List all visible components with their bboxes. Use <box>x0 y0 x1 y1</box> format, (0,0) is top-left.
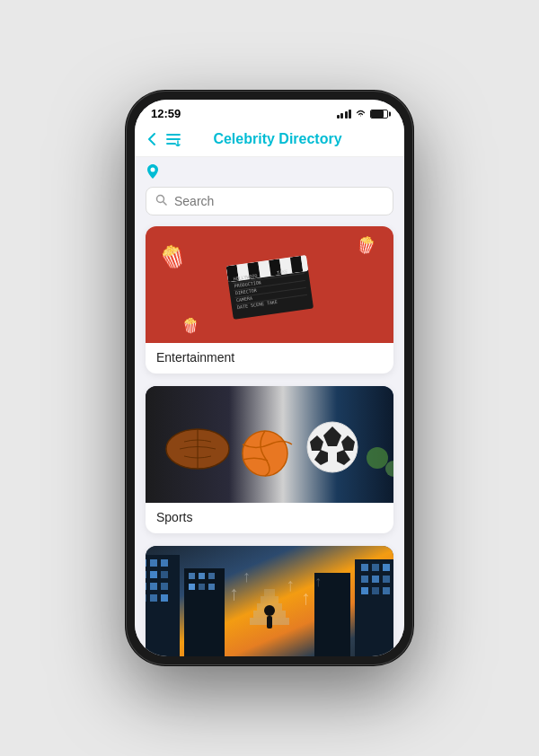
category-card-sports[interactable]: Sports <box>146 386 393 533</box>
svg-rect-48 <box>150 571 157 578</box>
entertainment-label: Entertainment <box>146 343 393 374</box>
search-icon <box>155 194 167 208</box>
svg-rect-64 <box>383 564 390 571</box>
signal-icon <box>337 110 352 119</box>
svg-point-30 <box>243 431 287 476</box>
svg-rect-50 <box>146 583 146 590</box>
svg-rect-56 <box>189 573 195 579</box>
battery-icon <box>370 110 388 119</box>
status-time: 12:59 <box>151 107 181 120</box>
svg-rect-60 <box>199 584 205 590</box>
svg-rect-54 <box>150 594 157 602</box>
back-button[interactable] <box>147 132 156 146</box>
svg-text:↑: ↑ <box>314 574 322 589</box>
entertainment-image: 🍿 🍿 <box>146 226 393 343</box>
svg-rect-46 <box>161 559 168 567</box>
status-icons <box>337 109 389 119</box>
svg-line-5 <box>163 202 167 206</box>
svg-rect-71 <box>372 587 379 594</box>
sports-label: Sports <box>146 503 393 533</box>
svg-rect-79 <box>267 616 272 629</box>
svg-text:↑: ↑ <box>243 567 251 585</box>
svg-rect-44 <box>146 559 146 567</box>
svg-point-3 <box>151 168 155 172</box>
phone-screen: 12:59 <box>135 100 404 656</box>
svg-rect-61 <box>208 584 215 590</box>
svg-rect-57 <box>199 573 205 579</box>
location-icon <box>146 164 393 181</box>
svg-rect-55 <box>161 594 168 602</box>
category-card-entertainment[interactable]: 🍿 🍿 <box>146 226 393 374</box>
svg-rect-53 <box>146 594 146 602</box>
app-header: Celebrity Directory <box>135 124 404 157</box>
svg-rect-76 <box>261 596 278 603</box>
svg-point-78 <box>264 605 275 616</box>
svg-rect-51 <box>150 583 157 590</box>
content-area: 🍿 🍿 <box>135 157 404 656</box>
svg-text:↑: ↑ <box>301 586 311 609</box>
svg-rect-16 <box>301 253 317 271</box>
svg-rect-66 <box>361 576 368 583</box>
sports-image <box>146 386 393 503</box>
svg-point-37 <box>367 447 388 469</box>
svg-rect-72 <box>383 587 390 594</box>
svg-text:↑: ↑ <box>286 575 295 594</box>
svg-text:↑: ↑ <box>229 582 239 604</box>
svg-rect-49 <box>161 571 168 578</box>
svg-text:TAKE: TAKE <box>277 268 288 276</box>
svg-rect-77 <box>264 589 275 596</box>
svg-rect-68 <box>383 576 390 583</box>
page-title: Celebrity Directory <box>190 131 365 147</box>
business-scene-icon: ↑ ↑ ↑ ↑ ↑ <box>146 546 393 656</box>
phone-frame: 12:59 <box>126 91 413 665</box>
svg-rect-47 <box>146 571 146 578</box>
clapboard-icon: HOLLYWOOD PRODUCTION DIRECTOR CAMERA DAT… <box>216 244 323 325</box>
status-bar: 12:59 <box>135 100 404 124</box>
popcorn-icon-left: 🍿 <box>155 241 190 274</box>
sort-button[interactable] <box>165 132 181 146</box>
svg-rect-59 <box>189 584 195 590</box>
svg-rect-52 <box>161 583 168 590</box>
svg-rect-41 <box>184 568 225 656</box>
search-input[interactable] <box>174 194 384 208</box>
popcorn-icon-bottom: 🍿 <box>181 317 199 334</box>
popcorn-icon-right: 🍿 <box>354 233 378 258</box>
wifi-icon <box>355 109 367 119</box>
sports-scene-icon <box>146 386 393 503</box>
search-bar[interactable] <box>146 187 393 215</box>
svg-rect-62 <box>361 564 368 571</box>
svg-rect-63 <box>372 564 379 571</box>
svg-rect-40 <box>146 555 180 656</box>
svg-rect-58 <box>208 573 215 579</box>
category-card-business[interactable]: ↑ ↑ ↑ ↑ ↑ Business <box>146 546 393 656</box>
svg-rect-42 <box>355 559 393 656</box>
business-image: ↑ ↑ ↑ ↑ ↑ <box>146 546 393 656</box>
svg-rect-45 <box>150 559 157 567</box>
svg-rect-70 <box>361 587 368 594</box>
svg-rect-67 <box>372 576 379 583</box>
